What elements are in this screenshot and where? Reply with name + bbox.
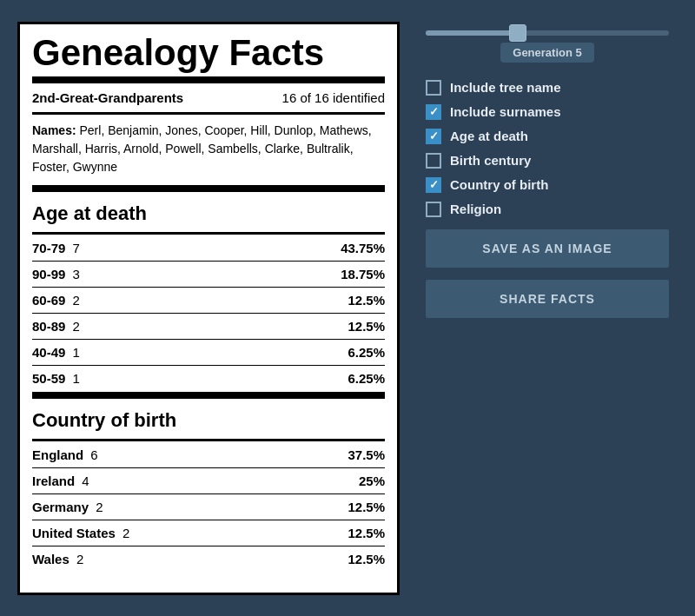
checkbox-item-country-of-birth[interactable]: Country of birth [426, 177, 669, 193]
age-range: 70-79 7 [32, 241, 80, 255]
age-rows: 70-79 7 43.75% 90-99 3 18.75% 60-69 2 12… [32, 238, 385, 388]
page-title: Genealogy Facts [32, 33, 385, 73]
checkbox-label-country-of-birth: Country of birth [450, 177, 548, 192]
checkbox-item-age-at-death[interactable]: Age at death [426, 129, 669, 144]
row-divider [32, 546, 385, 546]
country-rows: England 6 37.5% Ireland 4 25% Germany 2 … [32, 445, 385, 569]
age-section-divider [32, 232, 385, 235]
checkbox-list: Include tree nameInclude surnamesAge at … [426, 80, 669, 217]
generation-slider-container: Generation 5 [426, 30, 669, 63]
age-at-death-title: Age at death [32, 195, 385, 229]
checkbox-label-include-surnames: Include surnames [450, 104, 561, 119]
slider-fill [426, 30, 518, 36]
country-label: Ireland 4 [32, 474, 89, 488]
checkbox-age-at-death[interactable] [426, 129, 441, 144]
title-divider [32, 76, 385, 83]
table-row: 90-99 3 18.75% [32, 264, 385, 284]
country-pct: 37.5% [348, 447, 385, 462]
age-pct: 18.75% [341, 267, 385, 282]
row-divider [32, 467, 385, 468]
country-section-divider [32, 439, 385, 441]
names-label: Names: [32, 123, 76, 137]
age-range: 90-99 3 [32, 267, 80, 282]
share-facts-button[interactable]: SHARE FACTS [426, 280, 669, 318]
table-row: 50-59 1 6.25% [32, 368, 385, 388]
age-range: 60-69 2 [32, 293, 80, 308]
row-divider [32, 261, 385, 262]
slider-thumb[interactable] [509, 24, 526, 42]
generation-label: 2nd-Great-Grandparents [32, 90, 183, 105]
checkbox-item-include-surnames[interactable]: Include surnames [426, 104, 669, 120]
generation-count: 16 of 16 identified [282, 90, 385, 105]
facts-card: Genealogy Facts 2nd-Great-Grandparents 1… [17, 22, 400, 595]
row-divider [32, 365, 385, 366]
names-section: Names: Perl, Benjamin, Jones, Cooper, Hi… [32, 118, 385, 182]
age-pct: 12.5% [348, 293, 385, 308]
age-range: 80-89 2 [32, 319, 80, 334]
country-of-birth-title: Country of birth [32, 402, 385, 435]
checkbox-birth-century[interactable] [426, 153, 441, 169]
checkbox-label-age-at-death: Age at death [450, 129, 528, 143]
generation-row: 2nd-Great-Grandparents 16 of 16 identifi… [32, 87, 385, 109]
age-range: 50-59 1 [32, 371, 80, 386]
names-divider [32, 185, 385, 192]
country-label: Wales 2 [32, 552, 83, 566]
checkbox-religion[interactable] [426, 202, 441, 217]
country-pct: 25% [359, 474, 385, 488]
save-image-button[interactable]: SAVE AS AN IMAGE [426, 229, 669, 268]
row-divider [32, 493, 385, 494]
age-pct: 6.25% [348, 371, 385, 386]
checkbox-label-religion: Religion [450, 202, 501, 216]
age-pct: 12.5% [348, 319, 385, 334]
row-divider [32, 339, 385, 340]
table-row: 40-49 1 6.25% [32, 342, 385, 362]
age-pct: 6.25% [348, 345, 385, 360]
country-pct: 12.5% [348, 526, 385, 540]
age-range: 40-49 1 [32, 345, 80, 360]
checkbox-label-birth-century: Birth century [450, 153, 531, 168]
age-end-divider [32, 392, 385, 399]
age-pct: 43.75% [341, 241, 385, 255]
country-pct: 12.5% [348, 500, 385, 514]
checkbox-item-religion[interactable]: Religion [426, 202, 669, 217]
table-row: 60-69 2 12.5% [32, 290, 385, 310]
slider-wrapper [426, 30, 669, 36]
main-container: Genealogy Facts 2nd-Great-Grandparents 1… [0, 4, 695, 613]
slider-label: Generation 5 [500, 43, 593, 63]
table-row: Ireland 4 25% [32, 471, 385, 491]
table-row: 70-79 7 43.75% [32, 238, 385, 258]
checkbox-item-birth-century[interactable]: Birth century [426, 153, 669, 169]
table-row: United States 2 12.5% [32, 523, 385, 543]
country-pct: 12.5% [348, 552, 385, 566]
table-row: Germany 2 12.5% [32, 497, 385, 517]
table-row: 80-89 2 12.5% [32, 316, 385, 336]
row-divider [32, 287, 385, 288]
table-row: England 6 37.5% [32, 445, 385, 465]
right-panel: Generation 5 Include tree nameInclude su… [426, 22, 669, 318]
checkbox-label-include-tree-name: Include tree name [450, 80, 561, 95]
country-label: England 6 [32, 447, 98, 462]
names-text: Perl, Benjamin, Jones, Cooper, Hill, Dun… [32, 123, 372, 174]
checkbox-country-of-birth[interactable] [426, 177, 441, 193]
generation-divider [32, 112, 385, 115]
country-label: Germany 2 [32, 500, 103, 514]
country-label: United States 2 [32, 526, 129, 540]
row-divider [32, 313, 385, 314]
checkbox-item-include-tree-name[interactable]: Include tree name [426, 80, 669, 96]
row-divider [32, 520, 385, 520]
table-row: Wales 2 12.5% [32, 549, 385, 569]
checkbox-include-tree-name[interactable] [426, 80, 441, 96]
checkbox-include-surnames[interactable] [426, 104, 441, 120]
slider-track [426, 30, 669, 36]
